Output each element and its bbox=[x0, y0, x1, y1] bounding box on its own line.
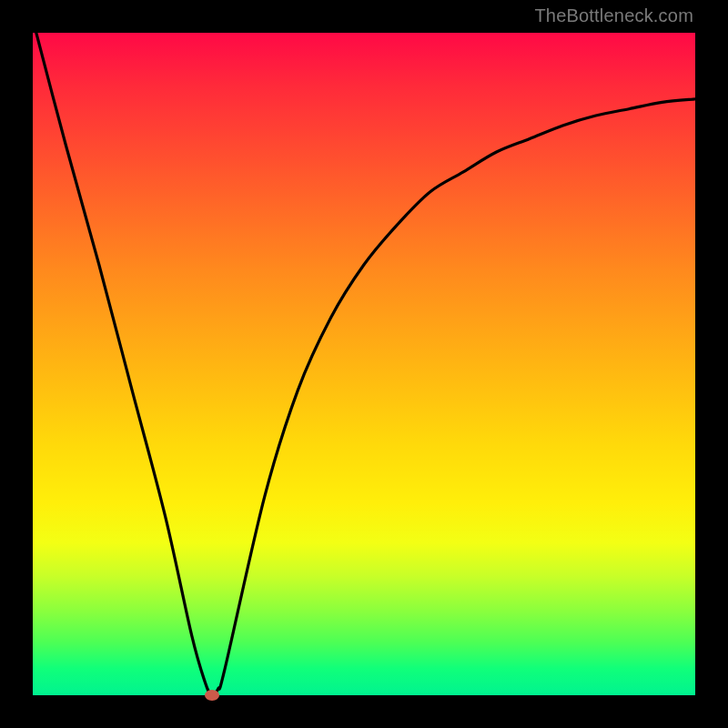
bottleneck-curve bbox=[33, 33, 695, 695]
attribution-label: TheBottleneck.com bbox=[534, 5, 693, 26]
optimum-marker bbox=[205, 690, 219, 701]
chart-frame: TheBottleneck.com bbox=[0, 0, 728, 728]
plot-area bbox=[33, 33, 695, 695]
